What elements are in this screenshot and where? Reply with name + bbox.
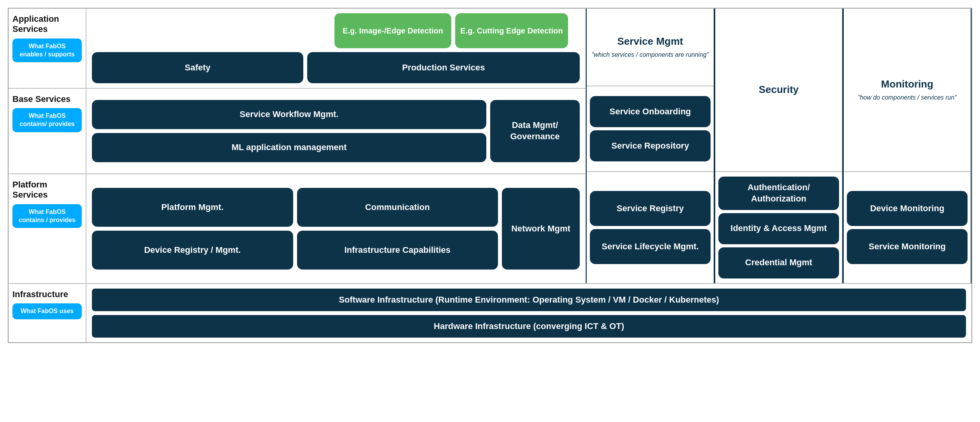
data-mgmt-box: Data Mgmt/ Governance xyxy=(490,100,580,162)
service-mgmt-subtitle: "which services / components are running… xyxy=(591,51,710,59)
infra-content: Software Infrastructure (Runtime Environ… xyxy=(86,284,971,342)
software-infra-box: Software Infrastructure (Runtime Environ… xyxy=(92,289,966,311)
main-section: Application Services What FabOS enables … xyxy=(9,9,971,283)
monitoring-platform-cell: Device Monitoring Service Monitoring xyxy=(844,172,971,283)
safety-box: Safety xyxy=(92,52,303,83)
security-title: Security xyxy=(719,83,838,96)
platform-content-col: Platform Mgmt. Communication Device Regi… xyxy=(86,174,586,283)
security-col: Security Authentication/ Authorization I… xyxy=(714,9,843,283)
monitoring-title: Monitoring xyxy=(848,78,967,91)
base-services-row: Base Services What FabOS contains/ provi… xyxy=(9,89,586,174)
platform-label-col: Platform Services What FabOS contains / … xyxy=(9,174,86,283)
production-services-box: Production Services xyxy=(307,52,580,83)
app-content-col: E.g. Image-/Edge Detection E.g. Cutting … xyxy=(86,9,586,88)
monitoring-header: Monitoring "how do components / services… xyxy=(844,9,971,172)
platform-mgmt-box: Platform Mgmt. xyxy=(92,188,293,227)
base-content-col: Service Workflow Mgmt. ML application ma… xyxy=(86,89,586,173)
workflow-box: Service Workflow Mgmt. xyxy=(92,100,486,129)
network-mgmt-box: Network Mgmt xyxy=(502,188,580,270)
service-monitoring-box: Service Monitoring xyxy=(847,229,968,264)
service-registry-box: Service Registry xyxy=(590,191,711,226)
auth-authz-box: Authentication/ Authorization xyxy=(718,177,839,210)
base-label-col: Base Services What FabOS contains/ provi… xyxy=(9,89,86,173)
communication-box: Communication xyxy=(297,188,498,227)
infra-section-title: Infrastructure xyxy=(12,289,82,299)
platform-section-title: Platform Services xyxy=(12,180,82,200)
base-badge: What FabOS contains/ provides xyxy=(12,108,82,132)
service-mgmt-base-cell: Service Onboarding Service Repository xyxy=(587,86,714,172)
platform-grid: Platform Mgmt. Communication Device Regi… xyxy=(92,188,498,270)
green-box-2: E.g. Cutting Edge Detection xyxy=(455,13,568,48)
service-mgmt-col: Service Mgmt "which services / component… xyxy=(586,9,714,283)
diagram: Application Services What FabOS enables … xyxy=(8,8,972,343)
credential-box: Credential Mgmt xyxy=(718,247,839,278)
platform-badge: What FabOS contains / provides xyxy=(12,204,82,228)
app-section-title: Application Services xyxy=(12,14,82,35)
green-box-1: E.g. Image-/Edge Detection xyxy=(334,13,451,48)
service-onboarding-box: Service Onboarding xyxy=(590,96,711,127)
base-left: Service Workflow Mgmt. ML application ma… xyxy=(92,100,486,162)
left-section: Application Services What FabOS enables … xyxy=(9,9,586,283)
security-header: Security xyxy=(715,9,842,172)
app-services-row: Application Services What FabOS enables … xyxy=(9,9,586,89)
identity-box: Identity & Access Mgmt xyxy=(718,213,839,244)
platform-network: Network Mgmt xyxy=(502,188,580,270)
device-registry-box: Device Registry / Mgmt. xyxy=(92,231,293,270)
hardware-infra-box: Hardware Infrastructure (converging ICT … xyxy=(92,315,966,338)
base-section-title: Base Services xyxy=(12,94,82,104)
infra-capabilities-box: Infrastructure Capabilities xyxy=(297,231,498,270)
platform-services-row: Platform Services What FabOS contains / … xyxy=(9,174,586,283)
app-label-col: Application Services What FabOS enables … xyxy=(9,9,86,88)
device-monitoring-box: Device Monitoring xyxy=(847,191,968,226)
monitoring-col: Monitoring "how do components / services… xyxy=(843,9,971,283)
app-content-inner: E.g. Image-/Edge Detection E.g. Cutting … xyxy=(92,13,580,83)
app-top-row: E.g. Image-/Edge Detection E.g. Cutting … xyxy=(92,13,580,48)
service-lifecycle-box: Service Lifecycle Mgmt. xyxy=(590,229,711,264)
monitoring-subtitle: "how do components / services run" xyxy=(848,93,967,102)
right-panel: Service Mgmt "which services / component… xyxy=(586,9,971,283)
base-content-inner: Service Workflow Mgmt. ML application ma… xyxy=(92,93,580,169)
infra-section: Infrastructure What FabOS uses Software … xyxy=(9,283,971,342)
platform-content-inner: Platform Mgmt. Communication Device Regi… xyxy=(92,179,580,278)
base-right: Data Mgmt/ Governance xyxy=(490,100,580,162)
infra-label-col: Infrastructure What FabOS uses xyxy=(9,284,86,342)
service-mgmt-header: Service Mgmt "which services / component… xyxy=(587,9,714,86)
service-repository-box: Service Repository xyxy=(590,130,711,161)
ml-box: ML application management xyxy=(92,133,486,162)
app-badge: What FabOS enables / supports xyxy=(12,39,82,63)
infra-badge: What FabOS uses xyxy=(12,303,82,319)
service-mgmt-title: Service Mgmt xyxy=(591,35,710,48)
security-platform-cell: Authentication/ Authorization Identity &… xyxy=(715,172,842,283)
app-bottom-row: Safety Production Services xyxy=(92,52,580,83)
service-mgmt-platform-cell: Service Registry Service Lifecycle Mgmt. xyxy=(587,172,714,283)
